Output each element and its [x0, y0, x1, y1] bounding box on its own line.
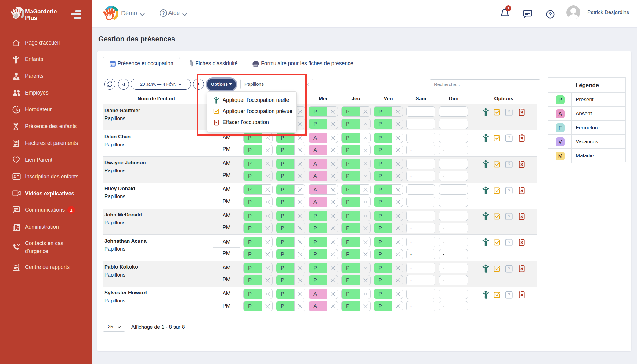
- svg-text:?: ?: [508, 240, 510, 245]
- svg-text:?: ?: [508, 110, 510, 115]
- svg-text:?: ?: [508, 162, 510, 167]
- svg-text:$: $: [14, 141, 16, 144]
- svg-text:?: ?: [508, 136, 510, 141]
- svg-text:?: ?: [508, 266, 510, 271]
- svg-text:?: ?: [549, 12, 552, 17]
- svg-text:?: ?: [508, 214, 510, 219]
- svg-text:?: ?: [508, 188, 510, 193]
- svg-text:?: ?: [508, 292, 510, 298]
